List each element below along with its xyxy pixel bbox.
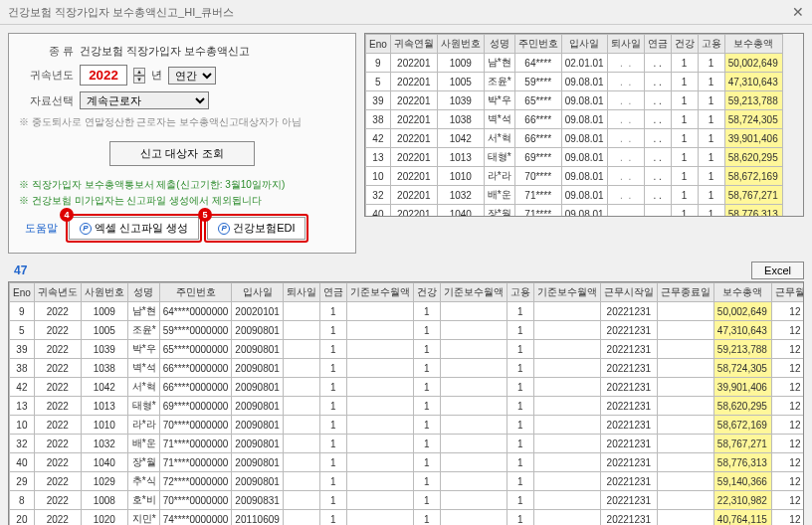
col-header: 고용 (507, 283, 533, 302)
type-value: 건강보험 직장가입자 보수총액신고 (80, 44, 250, 59)
col-header: 성명 (127, 283, 159, 302)
col-header: 연금 (644, 35, 671, 54)
p-icon: P (80, 223, 92, 235)
table-row[interactable]: 92022011009남*현64****02.01.01. .. .1150,0… (366, 54, 783, 73)
col-header: 입사일 (561, 35, 607, 54)
year-label: 귀속년도 (19, 68, 74, 83)
table-row[interactable]: 402022011040장*월71****09.08.01. .. .1158,… (366, 205, 783, 218)
detail-table: Eno귀속년도사원번호성명주민번호입사일퇴사일연금기준보수월액건강기준보수월액고… (9, 282, 804, 525)
table-row[interactable]: 3820221038벽*석66****000000020090801111202… (10, 359, 805, 378)
col-header: 기준보수월액 (346, 283, 413, 302)
table-row[interactable]: 52022011005조윤*59****09.08.01. .. .1147,3… (366, 73, 783, 91)
badge-4: 4 (60, 208, 74, 222)
col-header: 근무월수 (771, 283, 804, 302)
col-header: 퇴사일 (283, 283, 319, 302)
table-row[interactable]: 322022011032배*운71****09.08.01. .. .1158,… (366, 186, 783, 205)
data-label: 자료선택 (19, 93, 74, 108)
col-header: 보수총액 (724, 35, 782, 54)
col-header: 기준보수월액 (440, 283, 507, 302)
table-row[interactable]: 422022011042서*혁66****09.08.01. .. .1139,… (366, 129, 783, 148)
col-header: 퇴사일 (607, 35, 644, 54)
table-row[interactable]: 3920221039박*우65****000000020090801111202… (10, 340, 805, 359)
window-title: 건강보험 직장가입자 보수총액신고_HI_큐버스 (8, 5, 234, 20)
close-icon[interactable]: ✕ (792, 4, 804, 20)
table-row[interactable]: 4020221040장*월71****000000020090801111202… (10, 453, 805, 472)
filter-panel: 종 류 건강보험 직장가입자 보수총액신고 귀속년도 ▲▼ 년 연간 자료선택 … (8, 33, 356, 254)
type-label: 종 류 (19, 44, 74, 59)
col-header: 근무종료일 (657, 283, 713, 302)
query-button[interactable]: 신고 대상자 조회 (109, 141, 254, 166)
row-count: 47 (8, 263, 27, 277)
note-1: ※ 중도퇴사로 연말정산한 근로자는 보수총액신고대상자가 아님 (19, 115, 345, 129)
help-button[interactable]: 도움말 (19, 218, 64, 239)
data-select[interactable]: 계속근로자 (80, 91, 209, 109)
table-row[interactable]: 2920221029추*식72****000000020090801111202… (10, 472, 805, 491)
p-icon: P (218, 223, 230, 235)
year-spinner[interactable]: ▲▼ (133, 68, 145, 84)
table-row[interactable]: 2020221020지민*74****000000020110609111202… (10, 510, 805, 526)
titlebar: 건강보험 직장가입자 보수총액신고_HI_큐버스 ✕ (0, 0, 812, 25)
col-header: 건강 (671, 35, 698, 54)
col-header: Eno (366, 35, 391, 54)
col-header: 사원번호 (437, 35, 484, 54)
table-row[interactable]: 520221005조윤*59****0000000200908011112022… (10, 321, 805, 340)
table-row[interactable]: 3220221032배*운71****000000020090801111202… (10, 435, 805, 453)
table-row[interactable]: 382022011038벽*석66****09.08.01. .. .1158,… (366, 110, 783, 129)
period-select[interactable]: 연간 (168, 67, 216, 85)
col-header: Eno (10, 283, 35, 302)
col-header: 성명 (484, 35, 514, 54)
col-header: 귀속연월 (390, 35, 437, 54)
col-header: 고용 (698, 35, 724, 54)
table-row[interactable]: 132022011013태형*69****09.08.01. .. .1158,… (366, 148, 783, 167)
col-header: 입사일 (232, 283, 284, 302)
year-unit: 년 (151, 68, 162, 83)
table-row[interactable]: 392022011039박*우65****09.08.01. .. .1159,… (366, 91, 783, 110)
col-header: 건강 (413, 283, 440, 302)
preview-table: Eno귀속연월사원번호성명주민번호입사일퇴사일연금건강고용보수총액 920220… (365, 34, 783, 217)
table-row[interactable]: 920221009남*현64****0000000200201011112022… (10, 302, 805, 321)
table-row[interactable]: 102022011010라*라70****09.08.01. .. .1158,… (366, 167, 783, 186)
table-row[interactable]: 1020221010라*라70****000000020090801111202… (10, 416, 805, 435)
edi-button[interactable]: P건강보험EDI (207, 217, 305, 240)
col-header: 귀속년도 (34, 283, 81, 302)
note-2: ※ 직장가입자 보수총액통보서 제출(신고기한: 3월10일까지) (19, 178, 345, 192)
table-row[interactable]: 820221008호*비70****0000000200908311112022… (10, 491, 805, 510)
excel-gen-button[interactable]: P엑셀 신고파일 생성 (69, 217, 199, 240)
col-header: 근무시작일 (600, 283, 657, 302)
col-header: 연금 (319, 283, 346, 302)
col-header: 기준보수월액 (533, 283, 600, 302)
note-3: ※ 건강보험 미가입자는 신고파일 생성에서 제외됩니다 (19, 194, 345, 208)
col-header: 주민번호 (514, 35, 561, 54)
year-input[interactable] (80, 65, 127, 86)
table-row[interactable]: 1320221013태형*69****000000020090801111202… (10, 397, 805, 416)
col-header: 보수총액 (713, 283, 771, 302)
table-row[interactable]: 4220221042서*혁66****000000020090801111202… (10, 378, 805, 397)
col-header: 사원번호 (81, 283, 127, 302)
col-header: 주민번호 (159, 283, 232, 302)
excel-button[interactable]: Excel (751, 262, 804, 279)
